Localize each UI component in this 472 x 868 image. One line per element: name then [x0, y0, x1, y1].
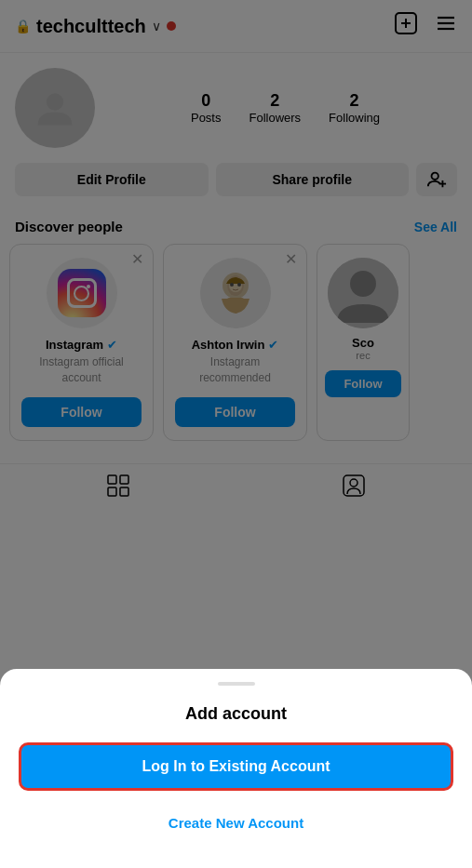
- sheet-title: Add account: [19, 704, 453, 724]
- sheet-handle: [218, 682, 255, 686]
- login-existing-button[interactable]: Log In to Existing Account: [19, 742, 453, 791]
- create-new-account-button[interactable]: Create New Account: [19, 806, 453, 840]
- add-account-sheet: Add account Log In to Existing Account C…: [0, 669, 472, 868]
